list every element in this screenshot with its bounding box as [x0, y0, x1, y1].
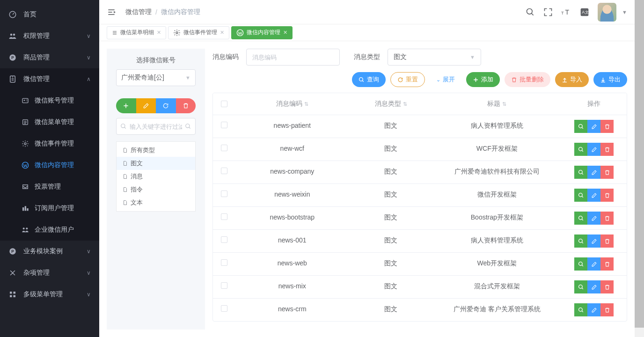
- chevron-down-icon: ⌄: [436, 77, 440, 83]
- tab-label: 微信事件管理: [183, 29, 217, 37]
- row-edit-button[interactable]: [587, 257, 600, 271]
- toggle-sidebar-button[interactable]: [107, 7, 121, 17]
- row-edit-button[interactable]: [587, 303, 600, 316]
- row-delete-button[interactable]: [600, 234, 614, 248]
- row-view-button[interactable]: [574, 234, 587, 248]
- row-edit-button[interactable]: [587, 280, 600, 293]
- tree-edit-button[interactable]: [136, 98, 156, 113]
- row-view-button[interactable]: [574, 303, 587, 316]
- expand-button[interactable]: ⌄展开: [430, 72, 461, 87]
- row-edit-button[interactable]: [587, 212, 600, 225]
- row-delete-button[interactable]: [600, 189, 614, 202]
- row-delete-button[interactable]: [600, 280, 614, 293]
- reset-button[interactable]: 重置: [390, 72, 425, 87]
- sidebar-item-微信管理[interactable]: 微信管理∧: [0, 68, 99, 90]
- add-button[interactable]: 添加: [466, 72, 500, 87]
- search-icon[interactable]: [185, 123, 191, 130]
- tree-item-指令[interactable]: 指令: [117, 183, 195, 196]
- th-title[interactable]: 标题⇅: [433, 93, 561, 115]
- sidebar-item-微信事件管理[interactable]: 微信事件管理: [0, 133, 99, 154]
- tree-item-所有类型[interactable]: 所有类型: [117, 144, 195, 157]
- row-edit-button[interactable]: [587, 189, 600, 202]
- sidebar-item-杂项管理[interactable]: 杂项管理∨: [0, 262, 99, 284]
- sidebar-item-label: 权限管理: [23, 32, 87, 40]
- tree-add-button[interactable]: [116, 98, 136, 113]
- row-view-button[interactable]: [574, 257, 587, 271]
- breadcrumb-sep: /: [155, 8, 157, 16]
- translate-icon[interactable]: A文: [580, 7, 589, 17]
- filter-msgcode-input[interactable]: [246, 49, 340, 66]
- select-all-checkbox[interactable]: [221, 101, 227, 107]
- row-edit-button[interactable]: [587, 166, 600, 179]
- row-checkbox[interactable]: [221, 168, 227, 174]
- tree-item-消息[interactable]: 消息: [117, 170, 195, 183]
- row-view-button[interactable]: [574, 166, 587, 179]
- user-dropdown-caret[interactable]: ▼: [622, 9, 627, 15]
- batch-delete-button[interactable]: 批量删除: [505, 72, 550, 87]
- cell-code: news-mix: [235, 276, 349, 298]
- sidebar-item-微信菜单管理[interactable]: 微信菜单管理: [0, 111, 99, 133]
- row-view-button[interactable]: [574, 212, 587, 225]
- row-delete-button[interactable]: [600, 120, 614, 133]
- row-delete-button[interactable]: [600, 143, 614, 156]
- export-button[interactable]: 导出: [593, 72, 627, 87]
- tab-微信事件管理[interactable]: 微信事件管理✕: [168, 26, 229, 39]
- sidebar-item-微信账号管理[interactable]: 微信账号管理: [0, 90, 99, 111]
- tree-item-文本[interactable]: 文本: [117, 196, 195, 209]
- sidebar-item-企业微信用户[interactable]: 企业微信用户: [0, 219, 99, 241]
- row-delete-button[interactable]: [600, 303, 614, 316]
- avatar[interactable]: [598, 3, 616, 22]
- query-button[interactable]: 查询: [352, 72, 386, 87]
- filter-row: 消息编码 消息类型 图文 ▼: [212, 49, 627, 66]
- row-checkbox[interactable]: [221, 190, 227, 197]
- search-icon[interactable]: [526, 7, 535, 17]
- document-icon: [122, 200, 128, 205]
- tree-delete-button[interactable]: [176, 98, 196, 113]
- row-checkbox[interactable]: [221, 236, 227, 243]
- row-edit-button[interactable]: [587, 234, 600, 248]
- fullscreen-icon[interactable]: [543, 7, 553, 17]
- sidebar-item-投票管理[interactable]: 投票管理: [0, 176, 99, 198]
- row-checkbox[interactable]: [221, 122, 227, 128]
- row-delete-button[interactable]: [600, 257, 614, 271]
- sidebar-item-微信内容管理[interactable]: 微信内容管理: [0, 154, 99, 176]
- sidebar-item-商品管理[interactable]: P商品管理∨: [0, 47, 99, 68]
- sidebar-item-业务模块案例[interactable]: P业务模块案例∨: [0, 241, 99, 262]
- close-icon[interactable]: ✕: [157, 29, 161, 36]
- close-icon[interactable]: ✕: [220, 29, 224, 36]
- row-checkbox[interactable]: [221, 145, 227, 151]
- tree-item-label: 消息: [131, 172, 143, 181]
- tab-微信菜单明细[interactable]: 微信菜单明细✕: [107, 26, 166, 39]
- import-button[interactable]: 导入: [555, 72, 589, 87]
- tree-refresh-button[interactable]: [156, 98, 176, 113]
- row-delete-button[interactable]: [600, 166, 614, 179]
- tree-item-图文[interactable]: 图文: [117, 157, 195, 170]
- th-type[interactable]: 消息类型⇅: [349, 93, 433, 115]
- sidebar-item-首页[interactable]: 首页: [0, 4, 99, 25]
- main: 微信管理 / 微信内容管理 TT A文 ▼ 微信菜单明细✕微信事件管理✕微信内容…: [99, 0, 635, 337]
- breadcrumb-root[interactable]: 微信管理: [125, 8, 152, 16]
- sidebar-item-订阅用户管理[interactable]: 订阅用户管理: [0, 198, 99, 219]
- row-edit-button[interactable]: [587, 120, 600, 133]
- row-delete-button[interactable]: [600, 212, 614, 225]
- data-panel: 消息编码 消息类型 图文 ▼ 查询 重置 ⌄展开 添加: [212, 49, 627, 330]
- window-scrollbar[interactable]: [635, 0, 644, 337]
- tree-search-input[interactable]: [130, 123, 182, 130]
- row-checkbox[interactable]: [221, 259, 227, 266]
- close-icon[interactable]: ✕: [283, 29, 287, 36]
- sidebar-item-权限管理[interactable]: 权限管理∨: [0, 25, 99, 47]
- row-edit-button[interactable]: [587, 143, 600, 156]
- row-view-button[interactable]: [574, 189, 587, 202]
- row-view-button[interactable]: [574, 120, 587, 133]
- row-checkbox[interactable]: [221, 282, 227, 289]
- filter-msgtype-select[interactable]: 图文 ▼: [388, 49, 481, 66]
- row-checkbox[interactable]: [221, 305, 227, 312]
- th-code[interactable]: 消息编码⇅: [235, 93, 349, 115]
- row-checkbox[interactable]: [221, 213, 227, 220]
- row-view-button[interactable]: [574, 143, 587, 156]
- account-select[interactable]: 广州爱奇迪[公] ▼: [116, 69, 196, 86]
- row-view-button[interactable]: [574, 280, 587, 293]
- tab-微信内容管理[interactable]: 微信内容管理✕: [231, 26, 293, 39]
- sidebar-item-多级菜单管理[interactable]: 多级菜单管理∨: [0, 284, 99, 305]
- fontsize-icon[interactable]: TT: [561, 7, 571, 17]
